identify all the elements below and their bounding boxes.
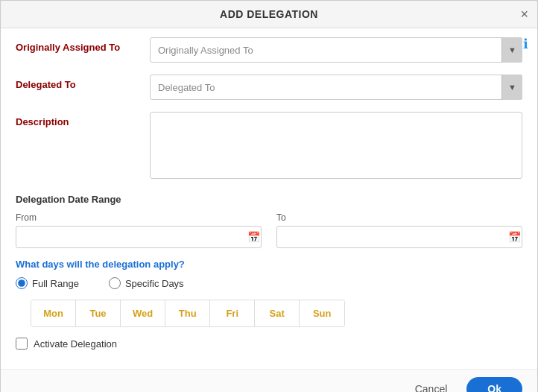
- dialog-body: ℹ Originally Assigned To Originally Assi…: [1, 28, 537, 369]
- close-button[interactable]: ×: [520, 7, 528, 21]
- days-grid: MonTueWedThuFriSatSun: [31, 300, 345, 327]
- dialog-header: ADD DELEGATION ×: [1, 1, 537, 28]
- day-cell-tue[interactable]: Tue: [76, 300, 121, 326]
- delegated-to-control: Delegated To ▼: [150, 75, 522, 100]
- day-cell-thu[interactable]: Thu: [165, 300, 210, 326]
- to-group: To 📅: [276, 212, 522, 248]
- dialog-footer: Cancel Ok: [1, 369, 537, 392]
- day-cell-wed[interactable]: Wed: [121, 300, 165, 326]
- from-group: From 📅: [16, 212, 262, 248]
- delegated-to-select-wrapper: Delegated To ▼: [150, 75, 522, 100]
- date-range-section: Delegation Date Range From 📅 To 📅: [16, 194, 522, 248]
- description-label: Description: [16, 112, 150, 127]
- specific-days-radio[interactable]: [109, 277, 121, 289]
- date-range-label: Delegation Date Range: [16, 194, 522, 205]
- to-label: To: [276, 212, 522, 223]
- day-cell-mon[interactable]: Mon: [31, 300, 76, 326]
- delegated-to-select[interactable]: Delegated To: [150, 75, 522, 100]
- day-cell-sun[interactable]: Sun: [300, 300, 344, 326]
- cancel-button[interactable]: Cancel: [405, 379, 458, 392]
- delegated-to-row: Delegated To Delegated To ▼: [16, 75, 522, 100]
- activate-row: Activate Delegation: [16, 338, 522, 350]
- originally-assigned-row: Originally Assigned To Originally Assign…: [16, 37, 522, 63]
- specific-days-option[interactable]: Specific Days: [109, 277, 184, 289]
- day-cell-sat[interactable]: Sat: [255, 300, 300, 326]
- from-label: From: [16, 212, 262, 223]
- date-row: From 📅 To 📅: [16, 212, 522, 248]
- to-input-wrap: 📅: [276, 226, 522, 248]
- from-calendar-icon[interactable]: 📅: [247, 231, 260, 243]
- dialog-title: ADD DELEGATION: [220, 8, 318, 20]
- to-input[interactable]: [276, 226, 522, 248]
- ok-button[interactable]: Ok: [466, 377, 522, 392]
- originally-assigned-select[interactable]: Originally Assigned To: [150, 37, 522, 63]
- delegated-to-label: Delegated To: [16, 75, 150, 90]
- originally-assigned-select-wrapper: Originally Assigned To ▼: [150, 37, 522, 63]
- radio-row: Full Range Specific Days: [16, 277, 522, 289]
- description-row: Description: [16, 112, 522, 182]
- day-cell-fri[interactable]: Fri: [210, 300, 255, 326]
- full-range-label: Full Range: [32, 278, 79, 289]
- description-textarea[interactable]: [150, 112, 522, 179]
- add-delegation-dialog: ADD DELEGATION × ℹ Originally Assigned T…: [0, 0, 538, 392]
- full-range-radio[interactable]: [16, 277, 28, 289]
- originally-assigned-label: Originally Assigned To: [16, 37, 150, 53]
- to-calendar-icon[interactable]: 📅: [508, 231, 521, 243]
- specific-days-label: Specific Days: [125, 278, 184, 289]
- description-control: [150, 112, 522, 182]
- activate-label: Activate Delegation: [34, 338, 117, 350]
- activate-checkbox[interactable]: [16, 338, 28, 350]
- from-input-wrap: 📅: [16, 226, 262, 248]
- days-section: What days will the delegation apply? Ful…: [16, 259, 522, 327]
- full-range-option[interactable]: Full Range: [16, 277, 79, 289]
- from-input[interactable]: [16, 226, 262, 248]
- info-icon[interactable]: ℹ: [523, 36, 528, 52]
- originally-assigned-control: Originally Assigned To ▼: [150, 37, 522, 63]
- days-question: What days will the delegation apply?: [16, 259, 522, 270]
